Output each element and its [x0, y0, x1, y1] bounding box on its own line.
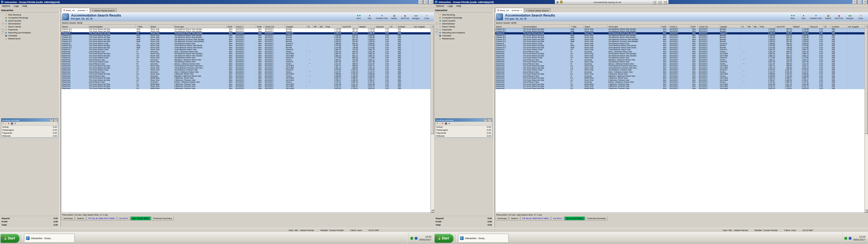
sidebar-item-completed-bookings[interactable]: ▤Completed Bookings [1, 16, 58, 19]
column-header-board[interactable]: Board [150, 25, 174, 28]
tab-book-ref-rooms[interactable]: ▥Book_ref ... (rooms)× [61, 8, 90, 12]
scroll-down-icon[interactable]: ▼ [865, 209, 868, 213]
result-row[interactable]: KissimmeeThe Grove Resort and Spa4.0Buff… [61, 83, 431, 85]
result-row[interactable]: KissimmeeGrove Resort & Spa4*EconomySuit… [495, 51, 865, 53]
column-header-rati[interactable]: ▼Rati... [570, 25, 584, 28]
menu-help[interactable]: Help [455, 5, 463, 7]
column-header-supplier[interactable]: Supplier [719, 25, 741, 28]
result-row[interactable]: Orlando Ar...The Grove Resort and Spa4.0… [495, 32, 865, 34]
bottom-tab-search[interactable]: Search [75, 217, 86, 220]
sidebar-item-administrator[interactable]: +●Administrator [435, 22, 492, 25]
pin-icon[interactable]: ▾ [484, 119, 487, 122]
add-icon[interactable]: + [436, 122, 438, 125]
bottom-tab-car-mco[interactable]: Car MCO [551, 217, 564, 220]
start-button[interactable]: Start [435, 234, 453, 243]
bottom-tab-fr-sa-3c-man-mco-man[interactable]: FR SA,3C MAN MCO MAN [521, 217, 551, 220]
tool-close[interactable]: ×Close [422, 14, 432, 19]
booking-summary-titlebar[interactable]: Booking summary ▾ × [435, 119, 492, 122]
bottom-tab-acc-1a-1c-mco[interactable]: Acc 1A,1C MCO [130, 217, 151, 220]
column-header-accommodation[interactable]: Accommodation [88, 25, 136, 28]
result-row[interactable]: Orlando (FL)The Grove Resort and Spa4sta… [495, 36, 865, 38]
result-row[interactable]: KissimmeeThe Grove Resort and Spa4.0Room… [495, 67, 865, 69]
result-row[interactable]: Orlando Ar...The Grove Resort & Spa4.0Ro… [61, 49, 431, 51]
expander-icon[interactable]: + [436, 32, 438, 34]
result-row[interactable]: Orlando (FL)The Grove Resort and Spa4sta… [61, 30, 431, 33]
result-row[interactable]: KissimmeeGrove Resort & Spa4*EconomyDelu… [61, 63, 431, 65]
result-row[interactable]: KissimmeeGrove Resort & Spa4*EconomyDelu… [495, 63, 865, 65]
start-button[interactable]: Start [1, 234, 19, 243]
shield-icon[interactable] [844, 237, 847, 240]
sidebar-item-new-booking[interactable]: ★New Booking [435, 13, 492, 16]
column-header-dow[interactable]: DOW [690, 25, 698, 28]
result-row[interactable]: Orlando (FL)The Grove Resort and Spa4sta… [61, 47, 431, 49]
menu-logs[interactable]: Logs [12, 5, 21, 7]
scrollbar-track[interactable] [865, 28, 868, 209]
result-row[interactable]: KissimmeeGrove Resort & Spa4*EconomyStan… [495, 75, 865, 77]
column-header-room-type[interactable]: Room type [174, 25, 227, 28]
sidebar-item-reporting-and-analytics[interactable]: +■Reporting and Analytics [435, 31, 492, 34]
sidebar-item-payments[interactable]: +●Payments [1, 28, 58, 31]
result-row[interactable]: Orlando (FL)The Grove Resort and Spa4sta… [61, 28, 431, 30]
column-header-basket[interactable]: Basket* [793, 25, 809, 28]
tool-nett-price[interactable]: ◆Nett Price [400, 14, 410, 19]
sidebar-item-maintenance[interactable]: ▲Maintenance [435, 37, 492, 40]
rdp-minimize-button[interactable]: ─ [652, 1, 656, 4]
bottom-tab-search[interactable]: Search [509, 217, 520, 220]
sidebar-item-direct-clients[interactable]: ●Direct Clients [435, 25, 492, 28]
close-icon[interactable]: × [87, 9, 88, 12]
scroll-up-icon[interactable]: ▲ [865, 25, 868, 28]
result-row[interactable]: KissimmeeGrove Resort & Spa4*EconomySuit… [61, 51, 431, 53]
close-button[interactable]: × [429, 0, 433, 4]
column-header-contract[interactable]: Contract [397, 25, 413, 28]
bottom-tab-financial-summary[interactable]: Financial Summary [151, 217, 174, 220]
add-icon[interactable]: + [2, 122, 4, 125]
column-header-act-supplier[interactable]: Act. Supplier [847, 25, 865, 28]
tool-close[interactable]: ×Close [856, 14, 866, 19]
refresh-icon[interactable]: ● [448, 122, 450, 125]
scroll-down-icon[interactable]: ▼ [431, 209, 434, 213]
refresh-icon[interactable]: ● [14, 122, 16, 125]
sidebar-item-viewdata[interactable]: ▣Viewdata [1, 34, 58, 37]
result-row[interactable]: KissimmeeThe Grove Resort & Spa4.0Room O… [495, 61, 865, 63]
booking-summary-titlebar[interactable]: Booking summary ▾ × [1, 119, 58, 122]
result-row[interactable]: Orlando Ar...The Grove Resort & Spa4.0Ro… [495, 42, 865, 45]
result-row[interactable]: Orlando Ar...The Grove Resort & Spa4.0Ro… [495, 49, 865, 51]
expander-icon[interactable]: + [2, 23, 4, 25]
result-row[interactable]: KissimmeeGrove Resort & Spa4*EconomyDorm… [495, 71, 865, 73]
tool-navigate[interactable]: ◄►Navigate [411, 14, 421, 19]
column-header-resort[interactable]: Resort [495, 25, 522, 28]
tool-more[interactable]: ▼▼More [353, 14, 364, 19]
result-row[interactable]: Orlando (FL)The Grove Resort and Spa4sta… [61, 34, 431, 37]
bottom-tab-acc-1a-1c-mco[interactable]: Acc 1A,1C MCO [564, 217, 585, 220]
tool-facilities-filter[interactable]: ▼Facilities Filter [809, 14, 823, 19]
result-row[interactable]: Orlando (FL)The Grove Resort and Spa4sta… [495, 47, 865, 49]
tab-book-ref-rooms[interactable]: ▥Book_ref ... (rooms)× [495, 8, 524, 12]
result-row[interactable]: KissimmeeThe Grove Resort and Spa4.0Buff… [61, 77, 431, 79]
result-row[interactable]: KissimmeeThe Grove Resort & Spa4.0Room O… [61, 69, 431, 71]
delete-icon[interactable]: × [442, 122, 443, 125]
column-header-check-out[interactable]: Check Out [698, 25, 719, 28]
bottom-tab-summary[interactable]: Summary [62, 217, 74, 220]
result-row[interactable]: KissimmeeGrove Resort & Spa4*EconomyDorm… [61, 71, 431, 73]
delete-icon[interactable]: × [8, 122, 9, 125]
expander-icon[interactable]: + [436, 29, 438, 31]
column-header-check-out[interactable]: Check Out [264, 25, 285, 28]
column-header-act-supplier[interactable]: Act. Supplier [413, 25, 431, 28]
result-row[interactable]: Orlando (FL)The Grove Resort and Spa4sta… [61, 38, 431, 41]
sidebar-item-payments[interactable]: +●Payments [435, 28, 492, 31]
tool-basket[interactable]: ▦Basket [389, 14, 399, 19]
result-row[interactable]: KissimmeeThe Grove Resort and Spa4.0Room… [61, 85, 431, 87]
column-header-board[interactable]: Board [584, 25, 608, 28]
taskbar-task-button[interactable]: Interactive - Ocea... [458, 234, 508, 243]
result-row[interactable]: KissimmeeThe Grove Resort and Spa4.0Buff… [495, 77, 865, 79]
column-header-nr[interactable]: NR [747, 25, 753, 28]
bottom-tab-car-mco[interactable]: Car MCO [117, 217, 130, 220]
menu-logs[interactable]: Logs [446, 5, 455, 7]
column-header-accommodation[interactable]: Accommodation [522, 25, 570, 28]
pin-icon[interactable] [556, 1, 559, 3]
column-header-check-in[interactable]: Check In [669, 25, 690, 28]
rdp-close-button[interactable]: × [663, 1, 667, 4]
column-header-discount[interactable]: Discount [809, 25, 824, 28]
sidebar-item-maintenance[interactable]: ▲Maintenance [1, 37, 58, 40]
result-row[interactable]: Orlando Ar...The Grove Resort and Spa4.0… [61, 32, 431, 34]
